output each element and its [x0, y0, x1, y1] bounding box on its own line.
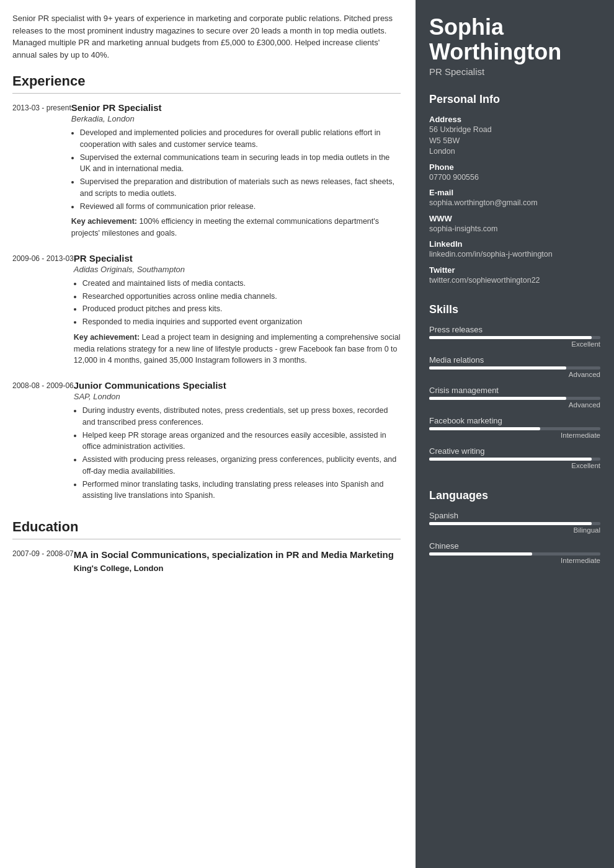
skill-bar-fill	[429, 366, 566, 370]
bullet: Supervised the preparation and distribut…	[80, 176, 401, 200]
skills-section: Skills Press releases Excellent Media re…	[416, 294, 614, 480]
candidate-title: PR Specialist	[429, 66, 600, 77]
lang-name: Spanish	[429, 511, 600, 520]
skill-name: Crisis management	[429, 386, 600, 395]
phone-value: 07700 900556	[429, 172, 600, 184]
bullet: During industry events, distributed note…	[82, 405, 401, 428]
skill-bar-fill	[429, 427, 540, 430]
languages-title: Languages	[429, 489, 600, 505]
lang-level: Bilingual	[429, 526, 600, 534]
education-item: 2007-09 - 2008-07 MA in Social Communica…	[12, 548, 401, 573]
www-label: WWW	[429, 214, 600, 223]
lang-bar-bg	[429, 552, 600, 556]
skill-name: Creative writing	[429, 446, 600, 456]
skill-level: Excellent	[429, 462, 600, 469]
language-item: Spanish Bilingual	[429, 511, 600, 534]
exp-job-title: PR Specialist	[74, 253, 401, 264]
skill-level: Advanced	[429, 401, 600, 409]
experience-item: 2008-08 - 2009-06 Junior Communications …	[12, 380, 401, 505]
bullet: Helped keep PR storage areas organized a…	[82, 430, 401, 453]
address-label: Address	[429, 115, 600, 124]
exp-dates: 2008-08 - 2009-06	[12, 380, 74, 505]
language-item: Chinese Intermediate	[429, 541, 600, 564]
edu-content: MA in Social Communications, specializat…	[74, 548, 394, 573]
exp-bullets: Developed and implemented policies and p…	[71, 127, 401, 212]
key-achievement: Key achievement: 100% efficiency in meet…	[71, 216, 401, 239]
linkedin-value: linkedin.com/in/sophia-j-worthington	[429, 249, 600, 260]
left-column: Senior PR specialist with 9+ years of ex…	[0, 0, 416, 868]
bullet: Developed and implemented policies and p…	[80, 127, 401, 151]
education-title: Education	[12, 519, 401, 535]
bullet: Supervised the external communications t…	[80, 152, 401, 175]
exp-company: Berkadia, London	[71, 114, 401, 123]
experience-list: 2013-03 - present Senior PR Specialist B…	[12, 102, 401, 505]
bullet: Assisted with producing press releases, …	[82, 454, 401, 477]
skill-bar-fill	[429, 336, 592, 339]
personal-info-title: Personal Info	[429, 93, 600, 108]
skill-name: Press releases	[429, 325, 600, 334]
email-label: E-mail	[429, 188, 600, 197]
education-list: 2007-09 - 2008-07 MA in Social Communica…	[12, 548, 401, 573]
exp-company: Adidas Originals, Southampton	[74, 265, 401, 274]
address-value: 56 Uxbridge Road W5 5BW London	[429, 125, 600, 157]
experience-item: 2009-06 - 2013-03 PR Specialist Adidas O…	[12, 253, 401, 366]
exp-bullets: Created and maintained lists of media co…	[74, 278, 401, 328]
twitter-label: Twitter	[429, 265, 600, 275]
skills-title: Skills	[429, 303, 600, 319]
lang-level: Intermediate	[429, 557, 600, 564]
twitter-value: twitter.com/sophieworthington22	[429, 275, 600, 286]
experience-title: Experience	[12, 73, 401, 89]
skill-level: Excellent	[429, 340, 600, 348]
edu-dates: 2007-09 - 2008-07	[12, 548, 74, 573]
lang-name: Chinese	[429, 541, 600, 551]
experience-item: 2013-03 - present Senior PR Specialist B…	[12, 102, 401, 239]
exp-job-title: Senior PR Specialist	[71, 102, 401, 113]
key-achievement: Key achievement: Lead a project team in …	[74, 332, 401, 366]
skill-bar-fill	[429, 458, 592, 461]
bullet: Researched opportunities across online m…	[82, 291, 401, 303]
exp-content: PR Specialist Adidas Originals, Southamp…	[74, 253, 401, 366]
skill-bar-bg	[429, 427, 600, 430]
lang-bar-fill	[429, 522, 592, 525]
exp-content: Junior Communications Specialist SAP, Lo…	[74, 380, 401, 505]
skill-level: Intermediate	[429, 432, 600, 439]
exp-dates: 2009-06 - 2013-03	[12, 253, 74, 366]
right-column: SophiaWorthington PR Specialist Personal…	[416, 0, 614, 868]
skill-bar-bg	[429, 366, 600, 370]
skills-list: Press releases Excellent Media relations…	[429, 325, 600, 469]
email-value: sophia.worthington@gmail.com	[429, 198, 600, 209]
linkedin-label: LinkedIn	[429, 239, 600, 249]
phone-label: Phone	[429, 162, 600, 172]
experience-divider	[12, 93, 401, 94]
exp-bullets: During industry events, distributed note…	[74, 405, 401, 502]
candidate-name: SophiaWorthington	[429, 15, 600, 64]
skill-item: Creative writing Excellent	[429, 446, 600, 469]
skill-item: Press releases Excellent	[429, 325, 600, 348]
exp-content: Senior PR Specialist Berkadia, London De…	[71, 102, 401, 239]
languages-list: Spanish Bilingual Chinese Intermediate	[429, 511, 600, 564]
edu-school: King's College, London	[74, 564, 394, 573]
edu-degree: MA in Social Communications, specializat…	[74, 548, 394, 561]
lang-bar-fill	[429, 552, 532, 556]
exp-company: SAP, London	[74, 392, 401, 401]
bullet: Responded to media inquiries and support…	[82, 316, 401, 328]
skill-level: Advanced	[429, 371, 600, 378]
exp-job-title: Junior Communications Specialist	[74, 380, 401, 391]
skill-bar-bg	[429, 336, 600, 339]
skill-bar-bg	[429, 397, 600, 400]
bullet: Reviewed all forms of communication prio…	[80, 201, 401, 213]
education-divider	[12, 539, 401, 539]
skill-name: Media relations	[429, 355, 600, 365]
candidate-header: SophiaWorthington PR Specialist	[416, 0, 614, 84]
skill-item: Crisis management Advanced	[429, 386, 600, 409]
bullet: Created and maintained lists of media co…	[82, 278, 401, 290]
bullet: Performed minor translating tasks, inclu…	[82, 479, 401, 502]
bullet: Produced product pitches and press kits.	[82, 303, 401, 315]
skill-bar-fill	[429, 397, 566, 400]
www-value: sophia-insights.com	[429, 224, 600, 235]
skill-bar-bg	[429, 458, 600, 461]
skill-item: Facebook marketing Intermediate	[429, 416, 600, 439]
personal-info-section: Personal Info Address 56 Uxbridge Road W…	[416, 84, 614, 294]
skill-item: Media relations Advanced	[429, 355, 600, 378]
skill-name: Facebook marketing	[429, 416, 600, 425]
